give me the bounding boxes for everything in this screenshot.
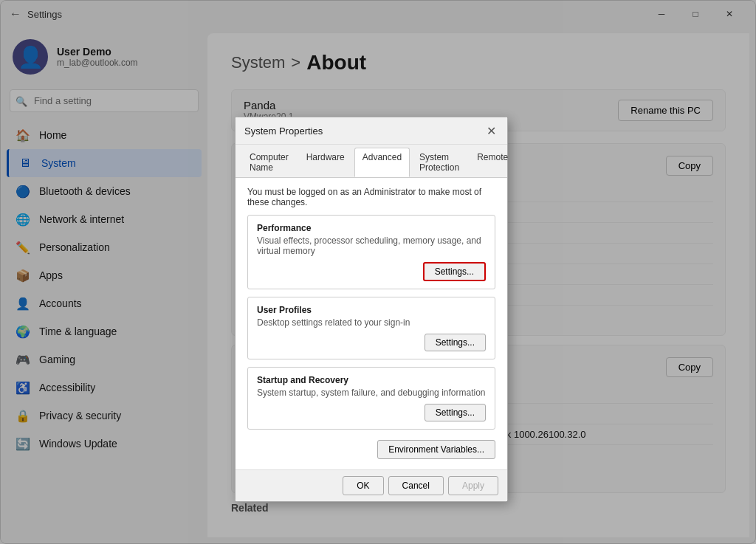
- environment-variables-button[interactable]: Environment Variables...: [377, 440, 495, 459]
- sidebar-item-label: Time & language: [39, 326, 117, 337]
- tab-hardware[interactable]: Hardware: [298, 148, 353, 177]
- home-icon: 🏠: [16, 128, 30, 142]
- search-input[interactable]: [10, 89, 199, 112]
- sidebar-item-label: Gaming: [39, 354, 75, 365]
- maximize-button[interactable]: □: [678, 2, 712, 26]
- sidebar-item-label: System: [41, 157, 76, 169]
- sidebar-item-label: Apps: [39, 269, 63, 281]
- sidebar-item-personalization[interactable]: ✏️ Personalization: [7, 233, 202, 261]
- tab-system-protection[interactable]: System Protection: [411, 148, 467, 177]
- copy-windows-specs-button[interactable]: Copy: [666, 357, 713, 377]
- related-section: Related: [231, 502, 726, 514]
- update-icon: 🔄: [16, 436, 30, 451]
- network-icon: 🌐: [16, 212, 30, 227]
- sidebar-item-time[interactable]: 🌍 Time & language: [7, 317, 202, 345]
- dialog-footer: OK Cancel Apply: [236, 469, 507, 501]
- dialog-body: You must be logged on as an Administrato…: [236, 178, 507, 469]
- sidebar-item-label: Privacy & security: [39, 410, 121, 421]
- user-profiles-settings-button[interactable]: Settings...: [425, 334, 486, 351]
- sidebar-item-label: Accounts: [39, 297, 82, 309]
- sidebar-item-home[interactable]: 🏠 Home: [7, 121, 202, 149]
- tab-advanced[interactable]: Advanced: [354, 148, 410, 177]
- dialog-close-button[interactable]: ✕: [484, 123, 498, 138]
- breadcrumb: System > About: [231, 51, 726, 75]
- system-icon: 🖥: [18, 156, 32, 171]
- sidebar-item-label: Bluetooth & devices: [39, 185, 131, 197]
- avatar: 👤: [13, 39, 48, 75]
- rename-pc-button[interactable]: Rename this PC: [618, 100, 713, 121]
- sidebar: 👤 User Demo m_lab@outlook.com 🔍 🏠 Home 🖥: [1, 27, 207, 543]
- breadcrumb-system: System: [231, 53, 285, 72]
- sidebar-item-label: Home: [39, 129, 66, 141]
- performance-settings-button[interactable]: Settings...: [423, 262, 486, 281]
- user-profile[interactable]: 👤 User Demo m_lab@outlook.com: [1, 27, 207, 86]
- startup-recovery-settings-button[interactable]: Settings...: [425, 404, 486, 421]
- breadcrumb-separator: >: [291, 53, 300, 72]
- accessibility-icon: ♿: [16, 380, 30, 395]
- system-properties-dialog: System Properties ✕ Computer Name Hardwa…: [235, 117, 508, 502]
- minimize-button[interactable]: ─: [645, 2, 678, 26]
- env-row: Environment Variables...: [247, 437, 495, 461]
- dialog-titlebar: System Properties ✕: [236, 117, 507, 145]
- accounts-icon: 👤: [16, 296, 30, 311]
- ok-button[interactable]: OK: [343, 476, 383, 495]
- sidebar-item-privacy[interactable]: 🔒 Privacy & security: [7, 402, 202, 430]
- startup-recovery-title: Startup and Recovery: [257, 375, 486, 385]
- sidebar-item-bluetooth[interactable]: 🔵 Bluetooth & devices: [7, 177, 202, 205]
- copy-device-specs-button[interactable]: Copy: [666, 156, 713, 176]
- search-box: 🔍: [10, 89, 199, 112]
- user-name: User Demo: [57, 46, 138, 58]
- sidebar-item-accessibility[interactable]: ♿ Accessibility: [7, 373, 202, 402]
- user-profiles-desc: Desktop settings related to your sign-in: [257, 317, 486, 328]
- sidebar-item-label: Windows Update: [39, 438, 117, 450]
- performance-title: Performance: [257, 223, 486, 233]
- sidebar-item-label: Personalization: [39, 241, 110, 253]
- user-info: User Demo m_lab@outlook.com: [57, 46, 138, 68]
- settings-window: ← Settings ─ □ ✕ 👤 User Demo m_lab@outlo…: [0, 0, 756, 544]
- startup-recovery-desc: System startup, system failure, and debu…: [257, 388, 486, 398]
- sidebar-item-windows-update[interactable]: 🔄 Windows Update: [7, 430, 202, 458]
- privacy-icon: 🔒: [16, 408, 30, 423]
- admin-note: You must be logged on as an Administrato…: [247, 187, 495, 207]
- search-icon: 🔍: [16, 95, 27, 106]
- sidebar-item-apps[interactable]: 📦 Apps: [7, 261, 202, 289]
- window-title: Settings: [27, 9, 62, 20]
- sidebar-item-system[interactable]: 🖥 System: [7, 149, 202, 177]
- cancel-button[interactable]: Cancel: [388, 476, 444, 495]
- performance-desc: Visual effects, processor scheduling, me…: [257, 235, 486, 256]
- apply-button[interactable]: Apply: [448, 476, 498, 495]
- breadcrumb-about: About: [306, 51, 366, 75]
- user-profiles-group: User Profiles Desktop settings related t…: [247, 297, 495, 359]
- related-title: Related: [231, 502, 726, 514]
- dialog-title: System Properties: [244, 125, 323, 137]
- pc-name: Panda: [244, 99, 293, 111]
- bluetooth-icon: 🔵: [16, 184, 30, 199]
- tab-remote[interactable]: Remote: [469, 148, 516, 177]
- tab-computer-name[interactable]: Computer Name: [241, 148, 297, 177]
- dialog-tabs: Computer Name Hardware Advanced System P…: [236, 145, 507, 178]
- sidebar-item-label: Accessibility: [39, 382, 95, 393]
- personalization-icon: ✏️: [16, 240, 30, 255]
- apps-icon: 📦: [16, 268, 30, 283]
- sidebar-item-accounts[interactable]: 👤 Accounts: [7, 289, 202, 317]
- performance-group: Performance Visual effects, processor sc…: [247, 215, 495, 289]
- sidebar-item-gaming[interactable]: 🎮 Gaming: [7, 345, 202, 373]
- user-email: m_lab@outlook.com: [57, 58, 138, 68]
- sidebar-item-label: Network & internet: [39, 213, 124, 225]
- close-button[interactable]: ✕: [712, 2, 746, 26]
- gaming-icon: 🎮: [16, 352, 30, 367]
- time-icon: 🌍: [16, 324, 30, 339]
- window-controls: ─ □ ✕: [645, 2, 746, 26]
- startup-recovery-group: Startup and Recovery System startup, sys…: [247, 367, 495, 430]
- titlebar: ← Settings ─ □ ✕: [1, 1, 755, 27]
- back-icon[interactable]: ←: [10, 7, 21, 21]
- user-profiles-title: User Profiles: [257, 305, 486, 315]
- titlebar-left: ← Settings: [10, 7, 62, 21]
- nav-items: 🏠 Home 🖥 System 🔵 Bluetooth & devices 🌐 …: [1, 118, 207, 461]
- sidebar-item-network[interactable]: 🌐 Network & internet: [7, 205, 202, 233]
